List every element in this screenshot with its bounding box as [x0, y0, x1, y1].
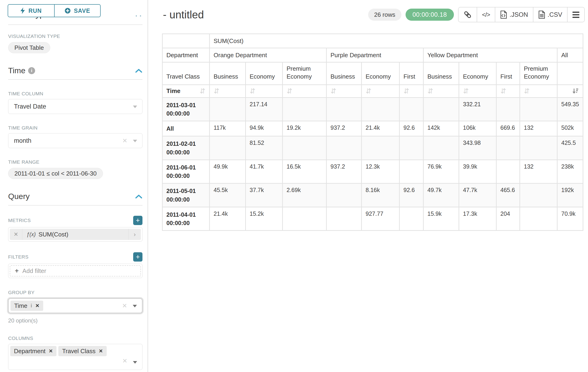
value-cell	[520, 98, 557, 121]
time-grain-value: month	[14, 137, 31, 144]
control-sidebar: Chart Type RUN SAVE VISUALIZATION TYPE P…	[0, 0, 148, 372]
table-row: 2011-02-01 00:00:0081.52343.98425.5	[163, 137, 583, 159]
table-row: 2011-05-01 00:00:0045.5k37.7k2.69k8.16k9…	[163, 184, 583, 207]
travel-class-header: Business	[210, 63, 245, 85]
add-metric-button[interactable]: +	[133, 216, 142, 225]
value-cell	[520, 184, 557, 207]
sort-header-cell[interactable]: ⇵	[210, 85, 245, 97]
table-row: 2011-04-01 00:00:0021.4k15.2k927.7715.9k…	[163, 207, 583, 230]
chart-header-actions: 26 rows 00:00:00.18 </>	[368, 7, 585, 22]
chart-title[interactable]: - untitled	[163, 8, 204, 21]
chevron-right-icon[interactable]: ›	[128, 229, 141, 240]
chevron-up-icon[interactable]	[135, 68, 142, 73]
chevron-up-icon[interactable]	[135, 194, 142, 199]
value-cell	[520, 137, 557, 159]
sort-icon[interactable]: ⇵	[427, 88, 455, 95]
columns-chip[interactable]: Travel Class ✕	[58, 346, 106, 356]
time-range-chip[interactable]: 2011-01-01 ≤ col < 2011-06-30	[8, 168, 103, 179]
row-label-cell: 2011-04-01 00:00:00	[163, 207, 209, 230]
sort-icon[interactable]: ⇵	[524, 88, 553, 95]
table-row: 2011-03-01 00:00:00217.14332.21549.35	[163, 98, 583, 121]
json-file-icon	[500, 11, 507, 19]
value-cell: 132	[520, 160, 557, 183]
plus-circle-icon	[65, 8, 71, 14]
sort-icon[interactable]: ⇵	[200, 88, 205, 95]
time-column-select[interactable]: Travel Date	[8, 99, 142, 114]
export-json-button[interactable]: .JSON	[495, 7, 533, 22]
sort-icon[interactable]: ⇵	[366, 88, 395, 95]
row-label-cell: 2011-02-01 00:00:00	[163, 137, 209, 159]
value-cell: 70.9k	[557, 207, 583, 230]
sort-descending-icon[interactable]	[572, 88, 579, 95]
sort-icon[interactable]: ⇵	[500, 88, 516, 95]
time-grain-select[interactable]: month ✕	[8, 133, 142, 148]
clear-icon[interactable]: ✕	[122, 302, 127, 309]
row-label-cell: 2011-05-01 00:00:00	[163, 184, 209, 207]
clear-icon[interactable]: ✕	[122, 357, 127, 365]
sort-header-cell[interactable]: ⇵	[400, 85, 423, 97]
sort-icon[interactable]: ⇵	[403, 88, 419, 95]
columns-chip[interactable]: Department ✕	[10, 346, 56, 356]
sort-header-cell[interactable]: ⇵	[362, 85, 399, 97]
remove-chip-icon[interactable]: ✕	[49, 348, 53, 354]
info-icon: i	[28, 67, 35, 74]
embed-code-button[interactable]: </>	[477, 7, 495, 22]
function-icon: ƒ(x)	[27, 231, 36, 238]
metric-chip[interactable]: ✕ ƒ(x) SUM(Cost) ›	[10, 229, 141, 240]
sort-header-cell[interactable]: ⇵	[520, 85, 557, 97]
export-json-label: .JSON	[509, 11, 528, 18]
corner-cell	[163, 34, 209, 48]
sort-header-cell[interactable]	[557, 85, 583, 97]
metric-chip-body: ƒ(x) SUM(Cost)	[22, 231, 128, 238]
travel-class-header-row: Travel ClassBusinessEconomyPremium Econo…	[163, 63, 583, 85]
sort-icon[interactable]: ⇵	[250, 88, 278, 95]
remove-chip-icon[interactable]: ✕	[99, 348, 103, 354]
sort-header-cell[interactable]: ⇵	[459, 85, 496, 97]
columns-select[interactable]: Department ✕ Travel Class ✕ ✕	[8, 344, 142, 370]
value-cell: 204	[497, 207, 519, 230]
save-button[interactable]: SAVE	[54, 5, 100, 17]
value-cell: 47.7k	[459, 184, 496, 207]
metrics-label-row: METRICS +	[8, 216, 142, 225]
travel-class-header: Economy	[459, 63, 496, 85]
copy-link-button[interactable]	[459, 7, 477, 22]
export-csv-button[interactable]: .CSV	[533, 7, 567, 22]
value-cell: 238k	[557, 160, 583, 183]
value-cell	[497, 160, 519, 183]
groupby-options-hint: 20 option(s)	[8, 317, 142, 324]
travel-class-header: Economy	[362, 63, 399, 85]
time-dim-cell[interactable]: Time⇵	[163, 85, 209, 97]
remove-metric-icon[interactable]: ✕	[10, 229, 22, 240]
visualization-type-label: VISUALIZATION TYPE	[8, 33, 142, 39]
value-cell: 39.9k	[459, 160, 496, 183]
sort-header-cell[interactable]: ⇵	[424, 85, 459, 97]
sort-header-cell[interactable]: ⇵	[246, 85, 282, 97]
add-filter-dropzone[interactable]: + Add filter	[10, 265, 141, 276]
groupby-chip[interactable]: Time i ✕	[10, 301, 43, 311]
value-cell: 106k	[459, 121, 496, 136]
department-header-row: DepartmentOrange DepartmentPurple Depart…	[163, 48, 583, 62]
sort-header-cell[interactable]: ⇵	[283, 85, 326, 97]
run-button[interactable]: RUN	[8, 5, 54, 17]
filters-label: FILTERS	[8, 254, 29, 260]
remove-chip-icon[interactable]: ✕	[35, 303, 40, 308]
value-cell: 81.52	[246, 137, 282, 159]
chevron-down-icon	[133, 106, 137, 108]
lightning-icon	[21, 7, 25, 14]
sort-icon[interactable]: ⇵	[463, 88, 492, 95]
sort-header-cell[interactable]: ⇵	[497, 85, 519, 97]
travel-class-header: Economy	[246, 63, 282, 85]
add-filter-placeholder: Add filter	[22, 267, 46, 275]
menu-button[interactable]	[567, 7, 584, 22]
sort-header-cell[interactable]: ⇵	[327, 85, 361, 97]
groupby-select[interactable]: Time i ✕ ✕	[8, 298, 142, 313]
sort-icon[interactable]: ⇵	[330, 88, 357, 95]
sort-icon[interactable]: ⇵	[287, 88, 322, 95]
chevron-down-icon	[133, 361, 137, 364]
visualization-type-chip[interactable]: Pivot Table	[8, 42, 50, 53]
sort-icon[interactable]: ⇵	[214, 88, 242, 95]
time-column-label: TIME COLUMN	[8, 91, 142, 96]
add-filter-plus-button[interactable]: +	[133, 252, 142, 262]
value-cell: 12.3k	[362, 160, 399, 183]
clear-icon[interactable]: ✕	[122, 137, 127, 144]
